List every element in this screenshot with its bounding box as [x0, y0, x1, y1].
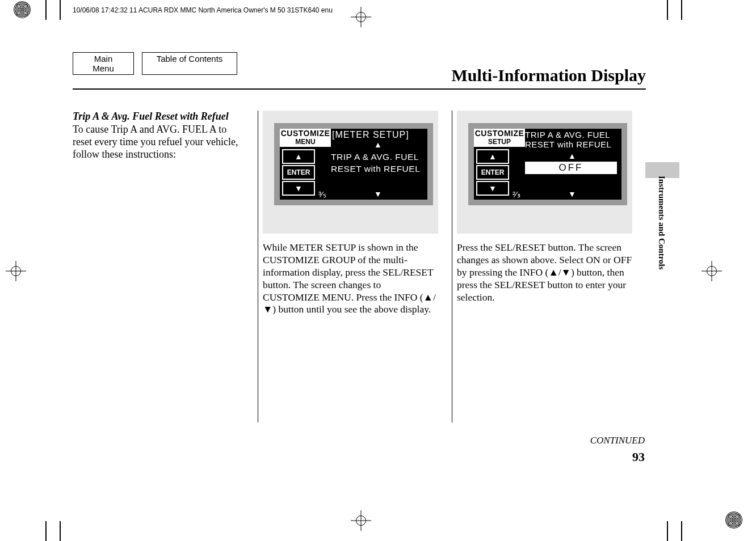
continued-label: CONTINUED: [590, 435, 645, 446]
arrow-down-icon: ▼: [374, 189, 382, 198]
page-indicator: ³⁄₅: [318, 189, 326, 200]
arrow-down-icon: ▼: [568, 189, 576, 198]
screen-top-label: CUSTOMIZE: [280, 129, 331, 138]
arrow-up-icon: ▲: [331, 140, 425, 149]
title-rule: [73, 88, 646, 90]
screen-value: OFF: [525, 162, 617, 174]
section-tab-label: Instruments and Controls: [657, 176, 666, 270]
page-title: Multi-Information Display: [451, 66, 646, 85]
main-menu-button[interactable]: Main Menu: [73, 52, 134, 75]
screen-title-a: TRIP A & AVG. FUEL: [525, 130, 619, 140]
enter-button-label: ENTER: [476, 165, 509, 180]
screen-illustration-1: CUSTOMIZE MENU ▲ ENTER ▼ [METER SETUP] ▲…: [263, 111, 438, 234]
crosshair-icon: [351, 510, 371, 531]
arrow-up-icon: ▲: [525, 151, 619, 160]
column-1: Trip A & Avg. Fuel Reset with Refuel To …: [73, 111, 258, 422]
page-indicator: ²⁄₃: [513, 189, 520, 200]
nav-buttons: Main Menu Table of Contents: [73, 52, 237, 75]
screen-top-label: CUSTOMIZE: [474, 129, 525, 138]
document-header-info: 10/06/08 17:42:32 11 ACURA RDX MMC North…: [73, 6, 333, 14]
crosshair-icon: [351, 7, 371, 27]
screen-sub-label: SETUP: [474, 138, 525, 147]
screen-title: [METER SETUP]: [331, 130, 425, 140]
screen-line-2: RESET with REFUEL: [331, 163, 425, 175]
down-arrow-icon: ▼: [282, 181, 315, 196]
up-arrow-icon: ▲: [282, 149, 315, 164]
screen-title-b: RESET with REFUEL: [525, 140, 619, 149]
column-2-body: While METER SETUP is shown in the CUSTOM…: [263, 242, 438, 316]
column-separator: [452, 111, 452, 422]
column-3: CUSTOMIZE SETUP ▲ ENTER ▼ TRIP A & AVG. …: [457, 111, 646, 422]
crosshair-icon: [6, 261, 26, 281]
intro-text: To cause Trip A and AVG. FUEL A to reset…: [73, 124, 244, 161]
column-3-body: Press the SEL/RESET button. The screen c…: [457, 242, 632, 303]
crosshair-icon: [702, 261, 722, 281]
section-subhead: Trip A & Avg. Fuel Reset with Refuel: [73, 111, 244, 122]
screen-sub-label: MENU: [280, 138, 331, 147]
enter-button-label: ENTER: [282, 165, 315, 180]
registration-mark-icon: [725, 512, 742, 529]
registration-mark-icon: [14, 1, 31, 18]
table-of-contents-button[interactable]: Table of Contents: [142, 52, 237, 75]
screen-line-1: TRIP A & AVG. FUEL: [331, 151, 425, 163]
page-number: 93: [632, 450, 645, 464]
screen-illustration-2: CUSTOMIZE SETUP ▲ ENTER ▼ TRIP A & AVG. …: [457, 111, 632, 234]
column-separator: [258, 111, 258, 422]
up-arrow-icon: ▲: [476, 149, 509, 164]
down-arrow-icon: ▼: [476, 181, 509, 196]
column-2: CUSTOMIZE MENU ▲ ENTER ▼ [METER SETUP] ▲…: [263, 111, 452, 422]
